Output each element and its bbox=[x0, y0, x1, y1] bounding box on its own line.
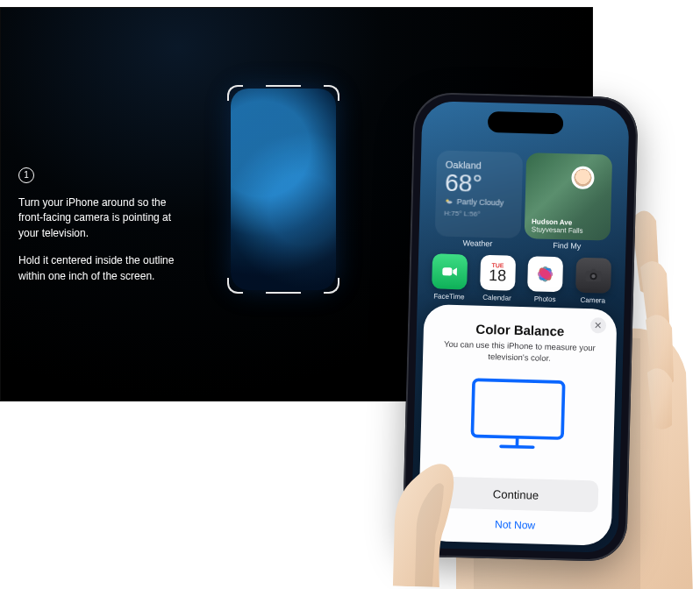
not-now-link[interactable]: Not Now bbox=[495, 518, 535, 531]
facetime-app[interactable]: FaceTime bbox=[430, 253, 469, 301]
app-label: Photos bbox=[534, 294, 556, 303]
sheet-title: Color Balance bbox=[475, 322, 564, 339]
photos-app[interactable]: Photos bbox=[525, 256, 565, 303]
camera-app[interactable]: Camera bbox=[574, 258, 613, 305]
find-my-widget[interactable]: Hudson Ave Stuyvesant Falls bbox=[525, 153, 613, 241]
svg-rect-14 bbox=[472, 380, 563, 438]
target-edge-icon bbox=[266, 85, 301, 87]
tv-outline-icon bbox=[468, 376, 567, 451]
weather-widget[interactable]: Oakland 68° Partly Cloudy H:75° L:56° bbox=[435, 150, 524, 238]
app-label: FaceTime bbox=[433, 292, 464, 301]
svg-line-16 bbox=[501, 446, 533, 447]
iphone-device: Oakland 68° Partly Cloudy H:75° L:56° We… bbox=[402, 92, 639, 563]
instruction-block: 1 Turn your iPhone around so the front-f… bbox=[18, 167, 176, 284]
target-corner-icon bbox=[324, 85, 339, 101]
app-label: Camera bbox=[580, 296, 605, 305]
partly-cloudy-icon bbox=[445, 197, 454, 206]
close-button[interactable]: ✕ bbox=[590, 317, 606, 333]
color-balance-sheet: ✕ Color Balance You can use this iPhone … bbox=[418, 304, 618, 546]
avatar-pin-icon bbox=[571, 166, 595, 189]
camera-icon bbox=[582, 265, 604, 287]
step-number-badge: 1 bbox=[18, 167, 34, 183]
dynamic-island bbox=[488, 111, 564, 134]
home-screen-app-row: FaceTime TUE 18 Calendar bbox=[430, 253, 613, 304]
find-my-location-label: Hudson Ave Stuyvesant Falls bbox=[532, 217, 583, 235]
sheet-subtitle: You can use this iPhone to measure your … bbox=[440, 339, 599, 365]
continue-button[interactable]: Continue bbox=[433, 476, 599, 512]
iphone-screen: Oakland 68° Partly Cloudy H:75° L:56° We… bbox=[411, 101, 629, 553]
target-edge-icon bbox=[266, 292, 301, 294]
weather-temperature: 68° bbox=[445, 170, 514, 197]
photos-icon bbox=[534, 262, 558, 286]
phone-alignment-target bbox=[231, 89, 336, 290]
target-corner-icon bbox=[227, 85, 243, 101]
instruction-paragraph-2: Hold it centered inside the outline with… bbox=[18, 253, 176, 284]
find-my-widget-label: Find My bbox=[524, 240, 610, 252]
svg-rect-2 bbox=[442, 267, 452, 275]
facetime-icon bbox=[439, 262, 460, 282]
instruction-paragraph-1: Turn your iPhone around so the front-fac… bbox=[18, 195, 176, 241]
weather-hilo: H:75° L:56° bbox=[444, 209, 512, 219]
target-corner-icon bbox=[324, 278, 339, 294]
weather-widget-label: Weather bbox=[434, 238, 520, 249]
weather-condition: Partly Cloudy bbox=[445, 197, 513, 208]
calendar-app[interactable]: TUE 18 Calendar bbox=[477, 255, 517, 302]
app-label: Calendar bbox=[482, 294, 511, 302]
calendar-icon: TUE 18 bbox=[480, 255, 516, 291]
target-corner-icon bbox=[227, 278, 243, 294]
